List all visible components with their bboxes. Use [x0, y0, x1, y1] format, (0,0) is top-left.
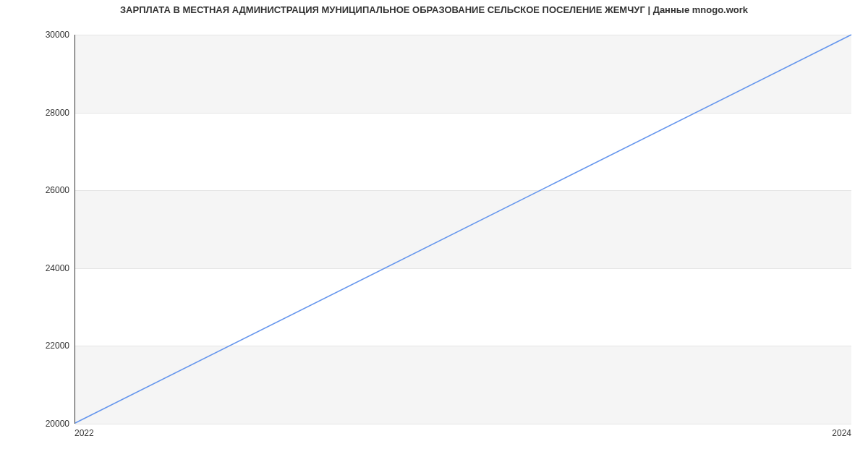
chart-title: ЗАРПЛАТА В МЕСТНАЯ АДМИНИСТРАЦИЯ МУНИЦИП…	[0, 4, 868, 15]
y-tick-label: 24000	[26, 263, 69, 273]
chart-line-svg	[75, 35, 851, 423]
x-tick-label: 2024	[832, 428, 851, 438]
x-tick-label: 2022	[75, 428, 94, 438]
y-tick-label: 28000	[26, 108, 69, 118]
plot-area	[75, 35, 851, 424]
data-line	[75, 35, 851, 423]
y-tick-label: 20000	[26, 419, 69, 429]
y-tick-label: 30000	[26, 30, 69, 40]
y-tick-label: 26000	[26, 185, 69, 195]
y-tick-label: 22000	[26, 341, 69, 351]
grid-line	[75, 424, 851, 424]
